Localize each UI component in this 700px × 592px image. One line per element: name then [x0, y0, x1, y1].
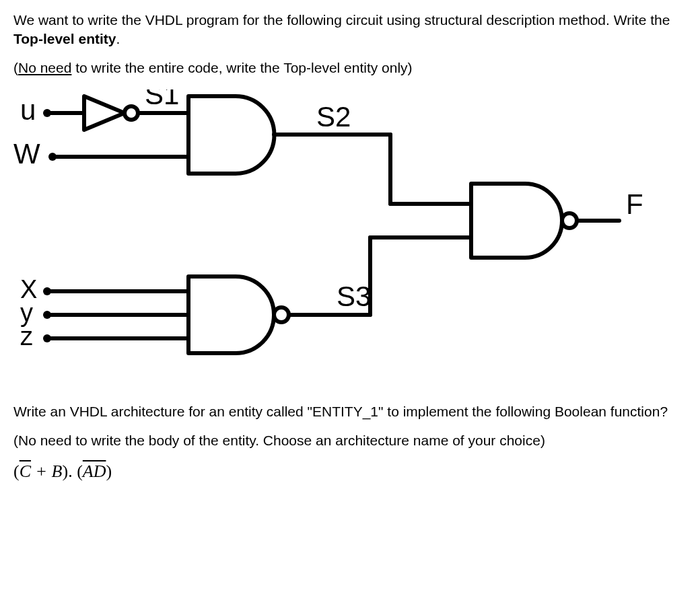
q1-p1-text-a: We want to write the VHDL program for th… [13, 12, 670, 28]
q1-p2-text-c: to write the entire code, write the Top-… [71, 60, 412, 75]
svg-point-14 [274, 307, 289, 322]
label-z: z [20, 322, 33, 350]
formula-cbar: C [20, 461, 31, 481]
svg-point-20 [562, 213, 577, 228]
formula-lp2: ( [77, 461, 83, 481]
label-f: F [626, 188, 643, 220]
q1-p1-bold: Top-level entity [13, 31, 116, 46]
label-s1: S1 [145, 89, 179, 110]
label-s2: S2 [316, 101, 351, 133]
svg-marker-2 [84, 96, 125, 130]
formula-plus: + [31, 461, 52, 481]
q1-paragraph-2: (No need to write the entire code, write… [13, 59, 687, 77]
formula-b: B [52, 461, 63, 481]
label-s3: S3 [337, 281, 371, 312]
formula-ad: AD [83, 461, 106, 481]
circuit-svg: u S1 W S2 X y z S3 [13, 89, 660, 379]
q2-paragraph-1: Write an VHDL architecture for an entity… [13, 402, 687, 421]
circuit-diagram: u S1 W S2 X y z S3 [13, 89, 687, 383]
formula-rp1: ) [62, 461, 68, 481]
q1-paragraph-1: We want to write the VHDL program for th… [13, 11, 687, 49]
formula-lp1: ( [13, 461, 20, 481]
label-u: u [20, 94, 36, 126]
formula-rp2: ) [106, 461, 112, 481]
label-w: W [13, 138, 40, 170]
q1-p1-text-c: . [116, 31, 120, 46]
boolean-formula: (C + B). (AD) [13, 459, 687, 483]
q1-p2-text-a: ( [13, 60, 18, 75]
q1-p2-underline: No need [18, 60, 71, 75]
q2-paragraph-2: (No need to write the body of the entity… [13, 431, 687, 450]
formula-dot: . [68, 461, 77, 481]
